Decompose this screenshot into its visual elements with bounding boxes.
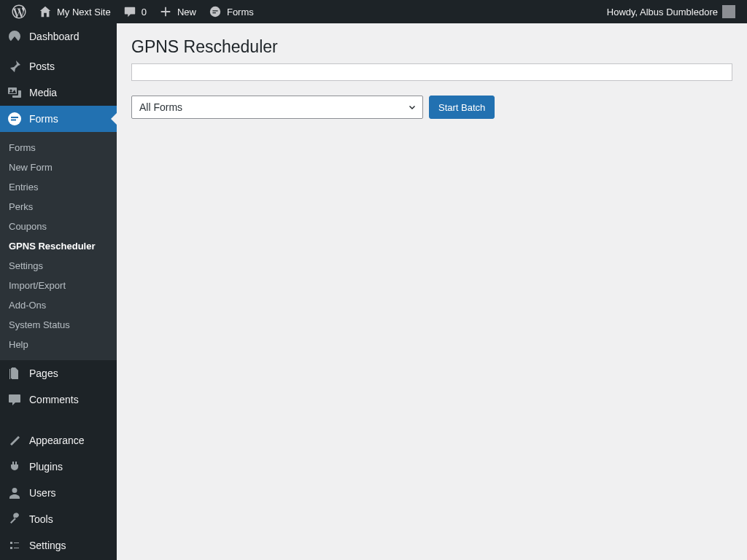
menu-label: Posts bbox=[29, 61, 55, 72]
forms-toolbar-link[interactable]: Forms bbox=[202, 0, 260, 23]
howdy-text: Howdy, Albus Dumbledore bbox=[607, 7, 718, 18]
menu-label: Appearance bbox=[29, 435, 85, 446]
main-content: GPNS Rescheduler All Forms Start Batch bbox=[117, 23, 747, 560]
menu-comments[interactable]: Comments bbox=[0, 386, 117, 413]
menu-plugins[interactable]: Plugins bbox=[0, 454, 117, 480]
forms-menu-icon bbox=[7, 112, 22, 126]
form-select[interactable]: All Forms bbox=[131, 96, 423, 119]
menu-tools[interactable]: Tools bbox=[0, 506, 117, 532]
menu-label: Tools bbox=[29, 513, 53, 525]
plugin-icon bbox=[7, 459, 22, 474]
menu-appearance[interactable]: Appearance bbox=[0, 427, 117, 454]
menu-settings[interactable]: Settings bbox=[0, 532, 117, 559]
tools-icon bbox=[7, 512, 22, 526]
avatar bbox=[722, 5, 735, 18]
menu-label: Settings bbox=[29, 540, 66, 551]
wordpress-icon bbox=[12, 4, 26, 19]
wp-logo[interactable] bbox=[6, 0, 32, 23]
menu-forms[interactable]: Forms bbox=[0, 106, 117, 132]
menu-pages[interactable]: Pages bbox=[0, 360, 117, 386]
menu-media[interactable]: Media bbox=[0, 79, 117, 106]
media-icon bbox=[7, 85, 22, 100]
submenu-new-form[interactable]: New Form bbox=[0, 158, 117, 177]
svg-point-1 bbox=[8, 112, 21, 125]
menu-label: Forms bbox=[29, 113, 58, 125]
comments-count: 0 bbox=[142, 7, 147, 18]
submenu-forms[interactable]: Forms bbox=[0, 138, 117, 158]
menu-posts[interactable]: Posts bbox=[0, 53, 117, 79]
menu-label: Pages bbox=[29, 368, 58, 379]
appearance-icon bbox=[7, 433, 22, 448]
submenu-perks[interactable]: Perks bbox=[0, 197, 117, 217]
menu-users[interactable]: Users bbox=[0, 480, 117, 506]
menu-label: Dashboard bbox=[29, 31, 80, 42]
site-name-link[interactable]: My Next Site bbox=[32, 0, 117, 23]
site-name-label: My Next Site bbox=[57, 7, 111, 18]
pin-icon bbox=[7, 59, 22, 74]
form-select-wrap: All Forms bbox=[131, 96, 423, 119]
forms-submenu: Forms New Form Entries Perks Coupons GPN… bbox=[0, 132, 117, 360]
menu-label: Users bbox=[29, 487, 56, 499]
svg-point-0 bbox=[210, 7, 220, 17]
page-icon bbox=[7, 366, 22, 381]
submenu-add-ons[interactable]: Add-Ons bbox=[0, 295, 117, 315]
user-icon bbox=[7, 486, 22, 500]
settings-icon bbox=[7, 538, 22, 553]
submenu-gpns-rescheduler[interactable]: GPNS Rescheduler bbox=[0, 236, 117, 256]
forms-toolbar-label: Forms bbox=[227, 7, 254, 18]
page-title: GPNS Rescheduler bbox=[131, 31, 732, 60]
submenu-settings[interactable]: Settings bbox=[0, 256, 117, 276]
menu-label: Plugins bbox=[29, 461, 63, 472]
home-icon bbox=[38, 4, 53, 19]
notice-bar bbox=[131, 63, 732, 81]
submenu-import-export[interactable]: Import/Export bbox=[0, 276, 117, 295]
comments-link[interactable]: 0 bbox=[117, 0, 152, 23]
admin-sidebar: Dashboard Posts Media Forms Forms New Fo… bbox=[0, 23, 117, 560]
menu-label: Media bbox=[29, 87, 57, 98]
batch-controls: All Forms Start Batch bbox=[131, 96, 732, 119]
my-account-link[interactable]: Howdy, Albus Dumbledore bbox=[601, 0, 741, 23]
start-batch-button[interactable]: Start Batch bbox=[429, 96, 495, 119]
forms-icon bbox=[208, 4, 222, 19]
submenu-coupons[interactable]: Coupons bbox=[0, 217, 117, 236]
admin-bar: My Next Site 0 New Forms Howdy, Albus Du… bbox=[0, 0, 747, 23]
new-content-link[interactable]: New bbox=[152, 0, 202, 23]
submenu-entries[interactable]: Entries bbox=[0, 177, 117, 197]
comment-icon bbox=[123, 4, 137, 19]
new-label: New bbox=[177, 7, 196, 18]
menu-dashboard[interactable]: Dashboard bbox=[0, 23, 117, 50]
comment-icon bbox=[7, 392, 22, 407]
plus-icon bbox=[158, 4, 173, 19]
submenu-system-status[interactable]: System Status bbox=[0, 315, 117, 335]
submenu-help[interactable]: Help bbox=[0, 335, 117, 354]
dashboard-icon bbox=[7, 29, 22, 44]
menu-label: Comments bbox=[29, 394, 79, 405]
